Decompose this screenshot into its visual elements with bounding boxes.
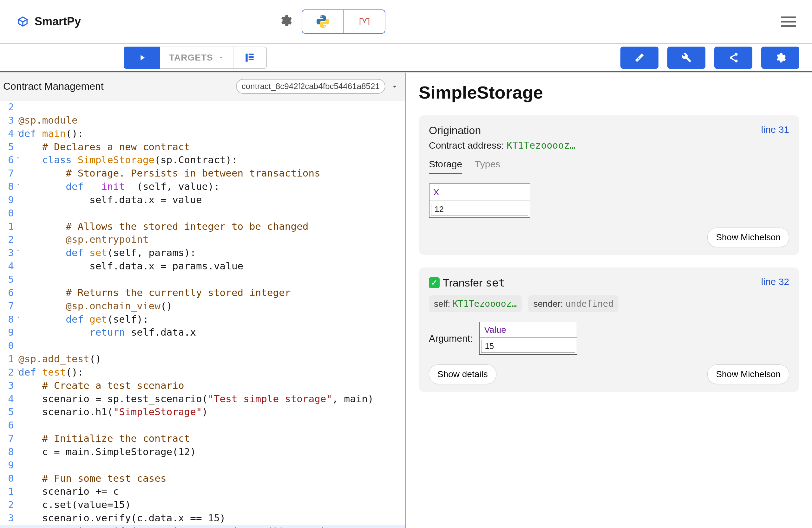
line-number: 0 (1, 472, 18, 485)
settings-button[interactable] (761, 47, 799, 69)
show-details-button[interactable]: Show details (429, 364, 496, 384)
line-number: 0 (1, 339, 18, 352)
contract-bar: Contract Management contract_8c942f2cab4… (0, 73, 405, 101)
code-text: scenario = sp.test_scenario("Test simple… (18, 392, 374, 406)
line-number: 5 (1, 273, 18, 286)
share-button[interactable] (714, 47, 752, 69)
transfer-line-ref[interactable]: line 32 (761, 276, 789, 287)
ruler-button[interactable] (620, 47, 658, 69)
code-line[interactable]: 6 (0, 419, 405, 432)
code-text: @sp.onchain_view() (18, 300, 172, 313)
code-text: c.set(value=15) (18, 498, 131, 512)
code-line[interactable]: 0 (0, 339, 405, 352)
code-line[interactable]: 4def main(): (0, 127, 405, 140)
smartpy-logo-icon (16, 15, 30, 29)
contract-select[interactable]: contract_8c942f2cab4fbc54461a8521 (236, 79, 399, 94)
python-lang-button[interactable] (302, 10, 344, 33)
run-button[interactable] (124, 47, 160, 69)
code-line[interactable]: 9 self.data.x = value (0, 193, 405, 207)
code-line[interactable]: 4 scenario.verify(scenario.compute(c.get… (0, 525, 405, 528)
code-line[interactable]: 2def test(): (0, 366, 405, 379)
michelson-icon (358, 15, 371, 28)
menu-icon[interactable] (781, 16, 796, 27)
code-text: # Fun some test cases (18, 472, 166, 485)
code-line[interactable]: 2 (0, 101, 405, 114)
code-line[interactable]: 6 class SimpleStorage(sp.Contract): (0, 153, 405, 167)
origination-heading: Origination (429, 124, 761, 137)
code-line[interactable]: 8 def get(self): (0, 313, 405, 326)
code-line[interactable]: 4 self.data.x = params.value (0, 259, 405, 273)
code-line[interactable]: 0 # Fun some test cases (0, 472, 405, 485)
line-number: 2 (1, 366, 18, 379)
code-text: # Storage. Persists in between transacti… (18, 167, 320, 180)
line-number: 1 (1, 485, 18, 498)
tab-storage[interactable]: Storage (429, 159, 462, 174)
code-line[interactable]: 5 scenario.h1("SimpleStorage") (0, 405, 405, 419)
line-number: 2 (1, 233, 18, 246)
origination-line-ref[interactable]: line 31 (761, 124, 789, 135)
line-number: 9 (1, 458, 18, 472)
show-michelson-button[interactable]: Show Michelson (707, 228, 789, 247)
tab-types[interactable]: Types (475, 159, 500, 174)
code-text: scenario.h1("SimpleStorage") (18, 405, 208, 419)
code-text: def set(self, params): (18, 246, 196, 259)
code-line[interactable]: 5 (0, 273, 405, 286)
code-line[interactable]: 8 def __init__(self, value): (0, 180, 405, 193)
code-text: scenario.verify(scenario.compute(c.get()… (18, 525, 327, 528)
show-michelson-button[interactable]: Show Michelson (707, 364, 789, 384)
code-line[interactable]: 2 @sp.entrypoint (0, 233, 405, 246)
language-switcher (302, 10, 386, 34)
code-text: self.data.x = params.value (18, 259, 243, 273)
argument-label: Argument: (429, 333, 473, 344)
line-number: 3 (1, 114, 18, 127)
line-number: 7 (1, 167, 18, 180)
brand-name: SmartPy (34, 15, 81, 28)
self-chip[interactable]: self: KT1Tezooooz… (429, 296, 522, 312)
code-line[interactable]: 9 return self.data.x (0, 326, 405, 339)
code-line[interactable]: 1 scenario += c (0, 485, 405, 498)
code-line[interactable]: 2 c.set(value=15) (0, 498, 405, 512)
code-text: def get(self): (18, 313, 149, 326)
code-line[interactable]: 3@sp.module (0, 114, 405, 127)
targets-dropdown[interactable]: TARGETS (160, 47, 233, 69)
toolbar: TARGETS (0, 44, 812, 72)
code-text: @sp.add_test() (18, 352, 101, 366)
line-number: 3 (1, 512, 18, 525)
line-number: 3 (1, 379, 18, 392)
ruler-icon (634, 52, 645, 63)
code-line[interactable]: 7 # Storage. Persists in between transac… (0, 167, 405, 180)
code-text: scenario += c (18, 485, 119, 498)
code-editor[interactable]: 23@sp.module4def main():5 # Declares a n… (0, 101, 405, 528)
settings-icon[interactable] (279, 14, 292, 29)
brand-logo[interactable]: SmartPy (16, 15, 81, 29)
code-text: @sp.module (18, 114, 78, 127)
code-text: self.data.x = value (18, 193, 202, 207)
code-text: scenario.verify(c.data.x == 15) (18, 512, 226, 525)
contract-id-pill: contract_8c942f2cab4fbc54461a8521 (236, 79, 386, 94)
code-line[interactable]: 9 (0, 458, 405, 472)
line-number: 1 (1, 220, 18, 233)
code-line[interactable]: 7 @sp.onchain_view() (0, 300, 405, 313)
targets-label: TARGETS (169, 52, 213, 63)
storage-table: X 12 (429, 183, 530, 218)
code-line[interactable]: 1@sp.add_test() (0, 352, 405, 366)
line-number: 8 (1, 313, 18, 326)
code-line[interactable]: 3 def set(self, params): (0, 246, 405, 259)
code-line[interactable]: 3 # Create a test scenario (0, 379, 405, 392)
contract-address[interactable]: KT1Tezooooz… (507, 140, 575, 151)
line-number: 7 (1, 432, 18, 445)
code-line[interactable]: 0 (0, 207, 405, 220)
code-line[interactable]: 3 scenario.verify(c.data.x == 15) (0, 512, 405, 525)
code-line[interactable]: 1 # Allows the stored integer to be chan… (0, 220, 405, 233)
code-text: # Declares a new contract (18, 140, 190, 154)
code-line[interactable]: 6 # Returns the currently stored integer (0, 286, 405, 300)
code-line[interactable]: 8 c = main.SimpleStorage(12) (0, 445, 405, 458)
share-icon (728, 52, 739, 63)
code-line[interactable]: 4 scenario = sp.test_scenario("Test simp… (0, 392, 405, 406)
michelson-lang-button[interactable] (344, 10, 385, 33)
sender-chip[interactable]: sender: undefined (528, 296, 619, 312)
code-line[interactable]: 5 # Declares a new contract (0, 140, 405, 154)
code-line[interactable]: 7 # Initialize the contract (0, 432, 405, 445)
clear-output-button[interactable] (233, 47, 267, 69)
wrench-button[interactable] (667, 47, 706, 69)
